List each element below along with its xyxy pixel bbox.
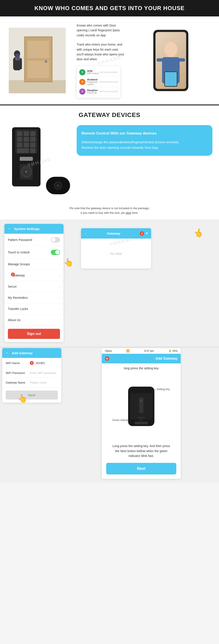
manage-groups-item[interactable]: Manage Groups › (4, 259, 64, 270)
system-settings-screen: ← System Settings Pattern Password Touch… (4, 224, 64, 342)
touch-unlock-toggle[interactable] (51, 250, 60, 255)
add-gw-app-topbar: ← 4 Add Gateway (102, 354, 181, 364)
system-settings-topbar: ← System Settings (4, 224, 64, 234)
transfer-locks-item[interactable]: Transfer Locks › (4, 304, 64, 314)
manage-groups-label: Manage Groups (8, 262, 30, 266)
person-photo (156, 32, 186, 89)
svg-rect-30 (30, 148, 36, 153)
pattern-password-label: Pattern Password (8, 238, 32, 242)
gateway-section: YRHAND (0, 123, 219, 220)
manage-groups-chevron: › (59, 262, 60, 266)
about-us-item[interactable]: About Us › (4, 314, 64, 326)
no-data-text: No data (81, 238, 151, 268)
gateway-app-screen: ← Gateway 2 + No data (81, 228, 151, 268)
record-row-3: D Daughter Passcode 2017-08-18 12:02:58 (78, 87, 119, 96)
add-gateway-form-title: Add Gateway (12, 351, 33, 355)
add-gateway-row: ← Add Gateway WiFi Name 3 201901 WiFi Pa… (2, 348, 217, 478)
securi-label: Securi (8, 285, 17, 288)
gateway-item[interactable]: 1 Gateway › (4, 270, 64, 281)
wifi-password-placeholder: Enter WiFi password (30, 371, 56, 374)
gateway-click-link[interactable]: click (126, 211, 131, 214)
record-name-3: Daughter (87, 89, 100, 92)
securi-item[interactable]: Securi › (4, 281, 64, 292)
phone-mockup (153, 30, 188, 91)
section2: GATEWAY DEVICES YRHAND (0, 104, 219, 220)
door-image-area: YRHAND (9, 28, 70, 93)
svg-rect-45 (135, 422, 148, 424)
svg-point-44 (140, 400, 142, 402)
my-reminders-label: My Reminders (8, 296, 28, 300)
know-who-text-area: Knows who comes with Door opening ( card… (77, 23, 125, 98)
about-us-label: About Us (8, 318, 20, 322)
record-time-2: 2017-08-18 12:02:33 (100, 81, 118, 83)
wifi-password-field[interactable]: WiFi Password Enter WiFi password (2, 368, 61, 378)
svg-rect-24 (24, 137, 29, 142)
phone-status-bar: Optus 📶 9:37 pm 🔋 25% (102, 348, 181, 354)
add-gw-phone-next-button[interactable]: Next (106, 463, 176, 474)
record-info-2: Husband Fingerprint unlock (87, 78, 100, 86)
record-time-1: 2017-08-18 12:02:07 (100, 71, 118, 74)
hand-cursor-3: 👆 (18, 394, 28, 403)
transfer-locks-chevron: › (59, 307, 60, 311)
gateway-name-field[interactable]: Gateway Name Please name (2, 378, 61, 388)
gateway-name-placeholder: Please name (30, 381, 46, 384)
svg-rect-22 (30, 131, 36, 136)
section2-header: GATEWAY DEVICES (0, 104, 219, 123)
phone-wifi-icon: 📶 (126, 350, 130, 352)
touch-unlock-item[interactable]: Touch to Unlock (4, 246, 64, 259)
record-avatar-2: H (79, 79, 86, 85)
svg-point-36 (25, 170, 28, 173)
know-who-content: YRHAND (0, 16, 219, 104)
gw-device-wrapper: SMART WIFI —Setting key Green indicator— (102, 376, 181, 437)
smart-lock (9, 125, 44, 192)
gateway-info-title: Remote Control With our Gateway devices (82, 130, 208, 136)
pattern-password-toggle[interactable] (51, 237, 60, 242)
svg-rect-26 (17, 142, 22, 148)
record-name-1: SON (87, 70, 100, 72)
svg-rect-27 (24, 142, 29, 148)
gateway-back-icon[interactable]: ← (84, 232, 88, 235)
svg-rect-29 (17, 148, 29, 153)
gateway-device-svg: SMART WIFI (126, 384, 156, 428)
record-info-3: Daughter Passcode (87, 89, 100, 94)
long-press-note: long press the setting key (102, 364, 181, 371)
record-row-2: H Husband Fingerprint unlock 2017-08-18 … (78, 77, 119, 87)
svg-rect-25 (30, 137, 36, 142)
svg-rect-11 (15, 54, 20, 60)
gateway-note: Pls note that the gateway device is not … (0, 204, 219, 220)
phone-screen (156, 32, 186, 89)
my-reminders-chevron: › (59, 296, 60, 300)
record-row-1: S SON APP Unlock 2017-08-18 12:02:07 (78, 68, 119, 77)
wifi-name-field[interactable]: WiFi Name 3 201901 (2, 358, 61, 368)
gateway-add-icon[interactable]: + (146, 231, 148, 236)
add-gw-app-back[interactable]: ← (105, 356, 109, 361)
svg-rect-17 (165, 72, 177, 86)
svg-rect-14 (156, 58, 163, 62)
phone-time: 9:37 pm (144, 350, 154, 352)
gateway-chevron: › (59, 273, 60, 277)
add-gw-back-icon[interactable]: ← (5, 351, 9, 355)
hand-area-3: 👆 (2, 402, 61, 409)
hand-cursor-2: 👆 (192, 227, 205, 239)
record-avatar-3: D (79, 88, 86, 95)
my-reminders-item[interactable]: My Reminders › (4, 292, 64, 304)
door-image: YRHAND (9, 28, 66, 93)
add-gw-next-button[interactable]: Next (6, 390, 58, 400)
pattern-password-item[interactable]: Pattern Password (4, 234, 64, 246)
app-records: S SON APP Unlock 2017-08-18 12:02:07 H H… (77, 66, 120, 98)
add-gateway-phone-screen: Optus 📶 9:37 pm 🔋 25% ← 4 Add Gateway lo… (102, 348, 181, 478)
svg-point-12 (164, 42, 178, 57)
section1-header: KNOW WHO COMES AND GETS INTO YOUR HOUSE (0, 0, 219, 16)
app-screenshots-section: ← System Settings Pattern Password Touch… (0, 220, 219, 346)
add-gateway-section: ← Add Gateway WiFi Name 3 201901 WiFi Pa… (0, 348, 219, 483)
gateway-dongle (46, 177, 70, 195)
record-info-1: SON APP Unlock (87, 70, 100, 75)
record-method-2: Fingerprint unlock (87, 81, 100, 86)
back-icon[interactable]: ← (8, 226, 12, 231)
gateway-info-text: Delete/change the passcode/ekey/fingerpr… (82, 139, 208, 150)
sign-out-button[interactable]: Sign out (8, 329, 60, 339)
gateway-screen-title: Gateway (107, 232, 120, 235)
phone-battery-icons: 🔋 25% (168, 350, 178, 352)
long-press-desc: Long press the setting key. And then pre… (102, 442, 181, 460)
gateway-devices-left: YRHAND (6, 125, 72, 200)
